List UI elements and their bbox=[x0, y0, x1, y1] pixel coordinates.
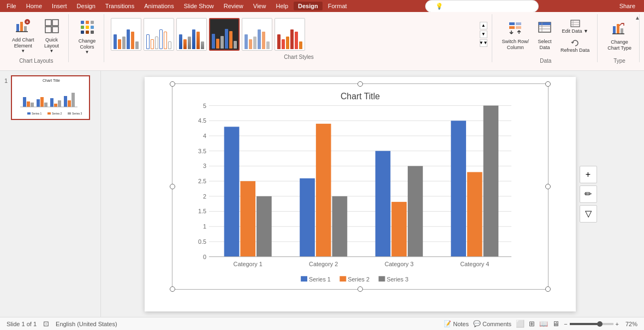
zoom-fill bbox=[570, 323, 598, 325]
svg-rect-2 bbox=[24, 26, 27, 32]
slide-workspace: Chart Title bbox=[101, 71, 644, 317]
filter-tool-button[interactable]: ▽ bbox=[580, 205, 597, 223]
change-chart-type-button[interactable]: ChangeChart Type bbox=[604, 16, 635, 56]
switch-row-column-label: Switch Row/Column bbox=[502, 39, 529, 51]
handle-top-center[interactable] bbox=[357, 81, 363, 87]
design-tool-button[interactable]: ✏ bbox=[580, 185, 597, 203]
zoom-in-button[interactable]: + bbox=[616, 321, 619, 327]
collapse-ribbon-button[interactable]: ▲ bbox=[633, 13, 642, 22]
menu-home[interactable]: Home bbox=[22, 2, 46, 10]
notes-button[interactable]: 📝 Notes bbox=[444, 320, 469, 327]
svg-text:Category 2: Category 2 bbox=[309, 261, 338, 267]
chart-style-5[interactable] bbox=[242, 18, 272, 51]
change-colors-group: ChangeColors ▼ bbox=[71, 14, 104, 62]
svg-rect-33 bbox=[617, 24, 619, 34]
svg-text:0: 0 bbox=[203, 253, 206, 260]
svg-text:2: 2 bbox=[203, 193, 206, 199]
comments-button[interactable]: 💬 Comments bbox=[473, 320, 511, 327]
filter-icon: ▽ bbox=[585, 208, 592, 219]
scroll-down-arrow[interactable]: ▼ bbox=[480, 31, 487, 38]
scroll-more-arrow[interactable]: ▼▼ bbox=[480, 39, 487, 47]
slide-sorter-button[interactable]: ⊞ bbox=[529, 320, 535, 328]
chart-styles-label: Chart Styles bbox=[284, 52, 313, 60]
menu-file[interactable]: File bbox=[2, 2, 21, 10]
svg-rect-38 bbox=[23, 97, 26, 107]
svg-text:Series 2: Series 2 bbox=[52, 112, 62, 115]
handle-middle-right[interactable] bbox=[545, 184, 551, 189]
handle-middle-left[interactable] bbox=[170, 184, 175, 189]
zoom-out-button[interactable]: − bbox=[564, 321, 567, 327]
menu-review[interactable]: Review bbox=[219, 2, 248, 10]
svg-rect-91 bbox=[484, 105, 499, 256]
svg-text:3.5: 3.5 bbox=[198, 147, 206, 154]
svg-text:5: 5 bbox=[203, 102, 206, 109]
svg-text:Chart Title: Chart Title bbox=[43, 79, 60, 82]
chart-style-6[interactable] bbox=[275, 18, 305, 51]
menu-slideshow[interactable]: Slide Show bbox=[180, 2, 218, 10]
menu-design[interactable]: Design bbox=[73, 2, 100, 10]
chart-svg: Chart Title bbox=[172, 84, 548, 289]
svg-rect-83 bbox=[300, 178, 315, 256]
reading-view-button[interactable]: 📖 bbox=[539, 320, 548, 328]
svg-rect-9 bbox=[52, 27, 58, 33]
menu-format-contextual[interactable]: Format bbox=[324, 2, 351, 10]
menu-view[interactable]: View bbox=[249, 2, 271, 10]
svg-text:Series 3: Series 3 bbox=[72, 112, 82, 115]
change-colors-button[interactable]: ChangeColors ▼ bbox=[75, 17, 99, 57]
switch-row-column-button[interactable]: Switch Row/Column bbox=[499, 16, 533, 56]
refresh-data-button[interactable]: Refresh Data bbox=[557, 37, 593, 55]
handle-bottom-right[interactable] bbox=[545, 286, 551, 292]
svg-rect-85 bbox=[332, 196, 348, 256]
menu-insert[interactable]: Insert bbox=[47, 2, 71, 10]
select-data-button[interactable]: SelectData bbox=[534, 16, 555, 56]
plus-icon: + bbox=[586, 170, 591, 179]
slide-thumbnail[interactable]: Chart Title bbox=[11, 75, 90, 120]
svg-text:1.5: 1.5 bbox=[198, 208, 206, 214]
quick-layout-button[interactable]: QuickLayout ▼ bbox=[40, 16, 64, 56]
edit-data-button[interactable]: Edit Data ▼ bbox=[557, 17, 593, 35]
svg-rect-7 bbox=[52, 20, 58, 26]
fit-to-window-icon[interactable]: ⊡ bbox=[43, 320, 49, 328]
slide-1-container: 1 Chart Title bbox=[4, 75, 96, 120]
chart-style-1[interactable] bbox=[111, 18, 141, 51]
menu-transitions[interactable]: Transitions bbox=[101, 2, 139, 10]
svg-rect-48 bbox=[68, 100, 71, 107]
add-element-tool-button[interactable]: + bbox=[580, 166, 597, 183]
svg-rect-53 bbox=[47, 112, 51, 115]
change-chart-type-icon bbox=[612, 21, 627, 38]
chart-style-4[interactable] bbox=[209, 18, 240, 51]
svg-text:Category 3: Category 3 bbox=[385, 261, 414, 267]
chart-styles-group: ▲ ▼ ▼▼ Chart Styles bbox=[106, 14, 492, 62]
normal-view-button[interactable]: ⬜ bbox=[516, 320, 524, 328]
svg-rect-0 bbox=[16, 24, 19, 32]
status-bar: Slide 1 of 1 ⊡ English (United States) 📝… bbox=[0, 317, 644, 330]
svg-rect-44 bbox=[50, 98, 53, 107]
chart-style-2[interactable] bbox=[144, 18, 174, 51]
add-chart-element-button[interactable]: + Add ChartElement ▼ bbox=[9, 16, 38, 56]
svg-text:Category 1: Category 1 bbox=[234, 261, 263, 267]
scroll-up-arrow[interactable]: ▲ bbox=[480, 22, 487, 29]
svg-rect-18 bbox=[91, 31, 94, 34]
menu-animations[interactable]: Animations bbox=[140, 2, 178, 10]
zoom-level[interactable]: 72% bbox=[621, 321, 637, 327]
presenter-view-button[interactable]: 🖥 bbox=[552, 320, 559, 328]
handle-top-left[interactable] bbox=[170, 81, 175, 87]
svg-rect-34 bbox=[621, 28, 623, 34]
share-button[interactable]: Share bbox=[613, 2, 642, 10]
svg-rect-24 bbox=[539, 22, 551, 25]
change-chart-type-label: ChangeChart Type bbox=[607, 39, 631, 51]
svg-rect-45 bbox=[54, 104, 57, 107]
handle-top-right[interactable] bbox=[545, 81, 551, 87]
zoom-slider[interactable] bbox=[570, 323, 613, 325]
chart-layouts-label: Chart Layouts bbox=[19, 56, 53, 64]
chart-style-3[interactable] bbox=[176, 18, 207, 51]
svg-rect-87 bbox=[391, 202, 407, 257]
change-colors-label: ChangeColors bbox=[79, 38, 96, 50]
handle-bottom-left[interactable] bbox=[170, 286, 175, 292]
menu-design-contextual[interactable]: Design bbox=[294, 2, 323, 10]
svg-text:Series 2: Series 2 bbox=[348, 276, 369, 283]
tell-me-input[interactable]: 💡 Tell me what you want to do bbox=[425, 0, 539, 13]
data-label: Data bbox=[540, 56, 551, 64]
menu-help[interactable]: Help bbox=[271, 2, 293, 10]
handle-bottom-center[interactable] bbox=[357, 286, 363, 292]
